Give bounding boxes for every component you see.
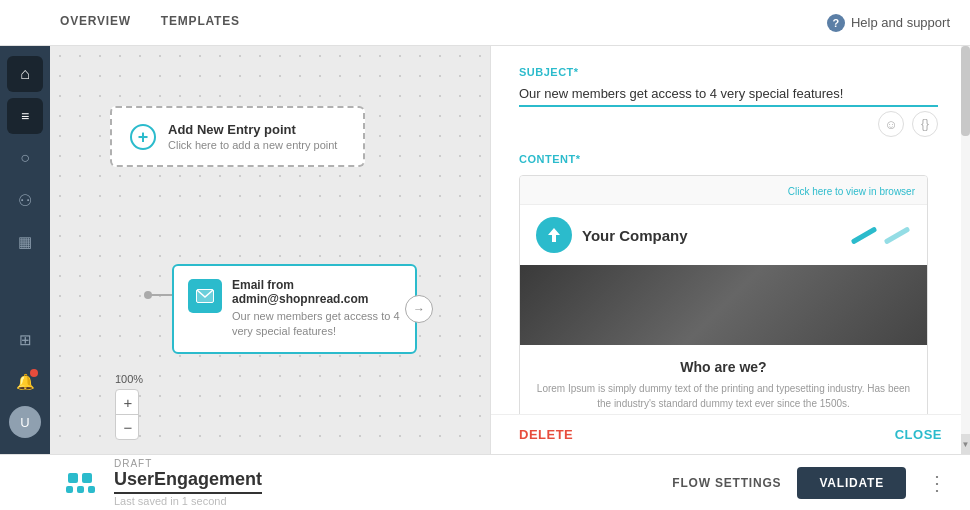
content-label: CONTENT* (519, 153, 938, 165)
scrollbar-thumb[interactable] (961, 46, 970, 136)
emoji-button[interactable]: ☺ (878, 111, 904, 137)
flow-settings-button[interactable]: FLOW SETTINGS (672, 476, 781, 490)
flow-icon (60, 473, 100, 493)
sidebar-menu-icon[interactable]: ≡ (7, 98, 43, 134)
preview-logo (536, 217, 572, 253)
sidebar-chart-icon[interactable]: ▦ (7, 224, 43, 260)
email-node-icon (188, 279, 222, 313)
zoom-out-button[interactable]: − (116, 415, 140, 439)
code-button[interactable]: {} (912, 111, 938, 137)
entry-plus-icon: + (130, 124, 156, 150)
zoom-controls: 100% + − (115, 373, 143, 440)
sidebar-bell-icon[interactable]: 🔔 (7, 364, 43, 400)
delete-button[interactable]: DELETE (519, 427, 573, 442)
subject-label: SUBJECT* (519, 66, 938, 78)
sidebar-users-icon[interactable]: ⚇ (7, 182, 43, 218)
node-arrow-button[interactable]: → (405, 295, 433, 323)
canvas-area: + Add New Entry point Click here to add … (50, 46, 490, 454)
panel-actions: DELETE CLOSE (491, 414, 970, 454)
email-node-card[interactable]: Email from admin@shopnread.com Our new m… (172, 264, 417, 354)
flow-title: UserEngagement (114, 469, 262, 494)
email-node-description: Our new members get access to 4 very spe… (232, 309, 401, 340)
draft-label: DRAFT (114, 458, 262, 469)
help-support-link[interactable]: Help and support (851, 15, 950, 30)
preview-image (520, 265, 927, 345)
preview-body-text: Lorem Ipsum is simply dummy text of the … (536, 381, 911, 411)
avatar[interactable]: U (9, 406, 41, 438)
validate-button[interactable]: VALIDATE (797, 467, 906, 499)
close-button[interactable]: CLOSE (895, 427, 942, 442)
sidebar-home-icon[interactable]: ⌂ (7, 56, 43, 92)
zoom-level-label: 100% (115, 373, 143, 385)
nav-templates[interactable]: TEMPLATES (161, 0, 240, 45)
entry-point-title: Add New Entry point (168, 122, 337, 137)
right-panel: ▼ SUBJECT* ☺ {} CONTENT* Click here to v… (490, 46, 970, 454)
nav-overview[interactable]: OVERVIEW (60, 0, 131, 45)
entry-point-card[interactable]: + Add New Entry point Click here to add … (110, 106, 365, 167)
help-icon: ? (827, 14, 845, 32)
scrollbar[interactable]: ▼ (961, 46, 970, 454)
zoom-in-button[interactable]: + (116, 390, 140, 414)
sidebar-grid-plus-icon[interactable]: ⊞ (7, 322, 43, 358)
bottom-bar: DRAFT UserEngagement Last saved in 1 sec… (0, 454, 970, 510)
subject-input[interactable] (519, 86, 938, 101)
last-saved-label: Last saved in 1 second (114, 495, 262, 507)
email-preview: Click here to view in browser Your Compa… (519, 175, 928, 414)
preview-heading: Who are we? (536, 359, 911, 375)
email-node-title: Email from admin@shopnread.com (232, 278, 401, 306)
scroll-down-button[interactable]: ▼ (961, 434, 970, 454)
entry-point-subtitle: Click here to add a new entry point (168, 139, 337, 151)
browser-link[interactable]: Click here to view in browser (788, 186, 915, 197)
preview-company-name: Your Company (582, 227, 688, 244)
sidebar-user-icon[interactable]: ○ (7, 140, 43, 176)
more-options-button[interactable]: ⋮ (922, 469, 950, 497)
